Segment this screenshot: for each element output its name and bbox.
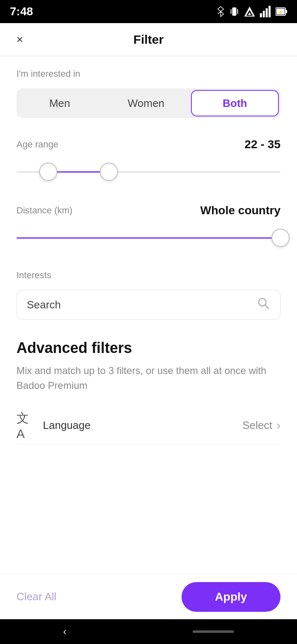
distance-header: Distance (km) Whole country [16, 204, 280, 217]
language-icon: 文A [16, 416, 35, 434]
page-title: Filter [133, 33, 163, 47]
svg-rect-7 [263, 11, 265, 17]
svg-rect-1 [231, 9, 231, 14]
home-indicator[interactable] [193, 630, 234, 633]
signal-icon [260, 6, 271, 17]
filter-header: × Filter [0, 23, 297, 56]
advanced-filters-title: Advanced filters [16, 339, 280, 357]
distance-label: Distance (km) [16, 205, 73, 216]
status-bar: 7:48 ⚡ [0, 0, 297, 23]
distance-slider-track[interactable] [16, 225, 280, 250]
bluetooth-icon [216, 6, 225, 17]
distance-section: Distance (km) Whole country [16, 204, 280, 250]
interests-label: Interests [16, 270, 280, 281]
search-icon [257, 297, 270, 313]
distance-value: Whole country [200, 204, 280, 217]
vibrate-icon [229, 6, 239, 17]
language-row-right: Select › [243, 418, 280, 432]
interests-section: Interests Search [16, 270, 280, 320]
filter-content: I'm interested in Men Women Both Age ran… [0, 56, 297, 644]
advanced-filters-desc: Mix and match up to 3 filters, or use th… [16, 363, 280, 393]
age-slider-thumb-max[interactable] [100, 163, 118, 181]
svg-rect-9 [269, 6, 271, 17]
gender-women-button[interactable]: Women [103, 88, 189, 118]
gender-section: I'm interested in Men Women Both [16, 69, 280, 118]
navigation-bar: ‹ [0, 619, 297, 644]
age-range-label: Age range [16, 139, 59, 150]
status-icons: ⚡ [216, 6, 287, 17]
age-slider-track[interactable] [16, 159, 280, 184]
language-select-text: Select [243, 419, 272, 432]
svg-text:⚡: ⚡ [278, 9, 283, 15]
distance-slider-thumb[interactable] [271, 229, 290, 247]
network-icon [243, 6, 256, 17]
bottom-action-bar: Clear All Apply [0, 574, 297, 619]
svg-rect-0 [232, 7, 236, 16]
svg-rect-11 [285, 10, 287, 13]
gender-both-button[interactable]: Both [191, 90, 279, 116]
interests-search-text: Search [27, 298, 61, 311]
svg-line-15 [265, 305, 269, 308]
age-range-header: Age range 22 - 35 [16, 138, 280, 151]
svg-rect-6 [260, 13, 262, 17]
language-row-left: 文A Language [16, 416, 91, 434]
battery-icon: ⚡ [276, 7, 287, 16]
gender-selector: Men Women Both [16, 88, 280, 118]
gender-label: I'm interested in [16, 69, 280, 79]
close-icon: × [16, 33, 23, 46]
interests-search-box[interactable]: Search [16, 290, 280, 320]
svg-rect-8 [266, 8, 268, 17]
age-range-section: Age range 22 - 35 [16, 138, 280, 184]
back-icon[interactable]: ‹ [63, 626, 66, 637]
age-range-value: 22 - 35 [245, 138, 280, 151]
clear-all-button[interactable]: Clear All [16, 590, 57, 603]
language-filter-row[interactable]: 文A Language Select › [16, 406, 280, 445]
close-button[interactable]: × [12, 31, 28, 48]
gender-men-button[interactable]: Men [16, 88, 103, 118]
status-time: 7:48 [10, 5, 33, 18]
distance-slider-line [16, 237, 280, 239]
age-slider-thumb-min[interactable] [39, 163, 57, 181]
advanced-filters-section: Advanced filters Mix and match up to 3 f… [16, 339, 280, 445]
apply-button[interactable]: Apply [182, 582, 280, 612]
svg-rect-2 [237, 9, 238, 14]
language-label: Language [43, 419, 91, 432]
language-chevron-icon: › [276, 418, 280, 432]
